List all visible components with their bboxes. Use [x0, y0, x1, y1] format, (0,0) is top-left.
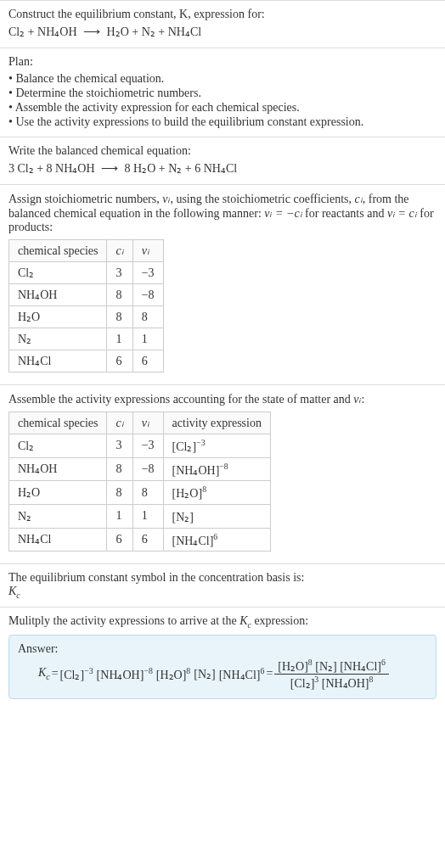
plan-bullet: • Balance the chemical equation. [8, 72, 437, 86]
k-letter: K [8, 585, 16, 597]
table-row: H₂O88[H₂O]8 [9, 481, 271, 505]
activity-base: [NH₄OH] [172, 463, 220, 476]
answer-label: Answer: [18, 642, 427, 656]
k-letter: K [239, 614, 247, 627]
table-row: N₂11 [9, 328, 164, 350]
table-header-row: chemical species cᵢ νᵢ activity expressi… [9, 412, 271, 434]
term: [NH₄OH]−8 [97, 666, 153, 682]
cell-species: Cl₂ [9, 262, 107, 284]
cell-species: NH₄Cl [9, 528, 107, 552]
cell-species: N₂ [9, 504, 107, 528]
plan-bullet: • Determine the stoichiometric numbers. [8, 87, 437, 100]
exp: 6 [381, 658, 386, 667]
activity-exp: 8 [202, 484, 206, 494]
cell-c: 3 [107, 434, 132, 458]
eq-lhs: Cl₂ + NH₄OH [8, 25, 77, 38]
exp: −3 [84, 666, 93, 675]
text: , using the stoichiometric coefficients, [170, 193, 354, 205]
cell-c: 8 [107, 284, 132, 306]
denominator: [Cl₂]3 [NH₄OH]8 [274, 675, 389, 691]
multiply-description: Mulitply the activity expressions to arr… [8, 614, 437, 630]
kc-inline: Kc [239, 614, 251, 627]
cell-nu: −3 [132, 262, 163, 284]
section-balanced: Write the balanced chemical equation: 3 … [0, 137, 445, 184]
activity-base: [Cl₂] [172, 440, 197, 453]
eq-rhs: 8 H₂O + N₂ + 6 NH₄Cl [125, 162, 238, 175]
eq-rhs: H₂O + N₂ + NH₄Cl [107, 25, 202, 38]
exp: 8 [369, 675, 374, 684]
section-activity: Assemble the activity expressions accoun… [0, 384, 445, 563]
cell-nu: 8 [132, 481, 163, 505]
cell-activity: [Cl₂]−3 [163, 434, 270, 458]
kc-symbol: Kc [8, 585, 437, 600]
base: [H₂O] [278, 660, 308, 673]
cell-species: Cl₂ [9, 434, 107, 458]
table-row: NH₄OH8−8[NH₄OH]−8 [9, 457, 271, 481]
table-row: NH₄Cl66 [9, 350, 164, 372]
base: [NH₄OH] [97, 668, 144, 680]
section-prompt: Construct the equilibrium constant, K, e… [0, 0, 445, 48]
cell-nu: 1 [132, 504, 163, 528]
cell-c: 6 [107, 350, 132, 372]
base: [Cl₂] [290, 676, 315, 689]
term: [H₂O]8 [156, 666, 190, 682]
plan-bullet: • Use the activity expressions to build … [8, 115, 437, 129]
activity-exp: 6 [213, 532, 217, 541]
col-c: cᵢ [107, 240, 132, 262]
cell-nu: −3 [132, 434, 163, 458]
c-subscript: c [46, 672, 49, 681]
cell-nu: 6 [132, 350, 163, 372]
kc-symbol: Kc [38, 666, 50, 681]
table-row: NH₄OH8−8 [9, 284, 164, 306]
cell-c: 3 [107, 262, 132, 284]
text: expression: [251, 614, 308, 627]
cell-species: NH₄OH [9, 457, 107, 481]
base: [NH₄OH] [322, 676, 369, 689]
col-c: cᵢ [107, 412, 132, 434]
numerator: [H₂O]8 [N₂] [NH₄Cl]6 [274, 658, 389, 675]
unbalanced-equation: Cl₂ + NH₄OH ⟶ H₂O + N₂ + NH₄Cl [8, 25, 437, 39]
text: Assemble the activity expressions accoun… [8, 393, 353, 406]
col-activity: activity expression [163, 412, 270, 434]
text: Mulitply the activity expressions to arr… [8, 614, 239, 627]
activity-exp: −3 [196, 438, 205, 447]
section-symbol: The equilibrium constant symbol in the c… [0, 563, 445, 607]
table-row: H₂O88 [9, 306, 164, 328]
section-multiply: Mulitply the activity expressions to arr… [0, 607, 445, 711]
base: [H₂O] [156, 668, 187, 680]
stoich-description: Assign stoichiometric numbers, νᵢ, using… [8, 192, 437, 234]
text: for reactants and [302, 207, 387, 220]
table-header-row: chemical species cᵢ νᵢ [9, 240, 164, 262]
activity-base: [N₂] [172, 511, 194, 524]
plan-heading: Plan: [8, 55, 437, 69]
cell-c: 8 [107, 306, 132, 328]
cell-species: NH₄Cl [9, 350, 107, 372]
cell-activity: [H₂O]8 [163, 481, 270, 505]
answer-box: Answer: Kc = [Cl₂]−3 [NH₄OH]−8 [H₂O]8 [N… [8, 635, 437, 699]
term: [NH₄Cl]6 [219, 666, 265, 682]
var-c: cᵢ [355, 193, 363, 205]
cell-nu: 6 [132, 528, 163, 552]
answer-equation: Kc = [Cl₂]−3 [NH₄OH]−8 [H₂O]8 [N₂] [NH₄C… [38, 658, 427, 690]
equals: = [266, 667, 273, 680]
cell-c: 8 [107, 457, 132, 481]
activity-exp: −8 [219, 462, 228, 471]
cell-species: H₂O [9, 481, 107, 505]
symbol-description: The equilibrium constant symbol in the c… [8, 571, 437, 585]
text: : [362, 393, 365, 406]
cell-activity: [NH₄OH]−8 [163, 457, 270, 481]
cell-nu: −8 [132, 284, 163, 306]
cell-activity: [NH₄Cl]6 [163, 528, 270, 552]
cell-species: NH₄OH [9, 284, 107, 306]
base: [Cl₂] [60, 668, 85, 680]
prompt-heading: Construct the equilibrium constant, K, e… [8, 8, 437, 21]
base: [NH₄Cl] [340, 660, 381, 673]
table-row: Cl₂3−3 [9, 262, 164, 284]
balanced-heading: Write the balanced chemical equation: [8, 144, 437, 158]
col-nu: νᵢ [132, 412, 163, 434]
base: [N₂] [194, 668, 215, 680]
eq-lhs: 3 Cl₂ + 8 NH₄OH [8, 162, 95, 175]
eq-products: νᵢ = cᵢ [387, 207, 417, 220]
text: Assign stoichiometric numbers, [8, 193, 162, 205]
prompt-text: Construct the equilibrium constant, K, e… [8, 8, 265, 20]
